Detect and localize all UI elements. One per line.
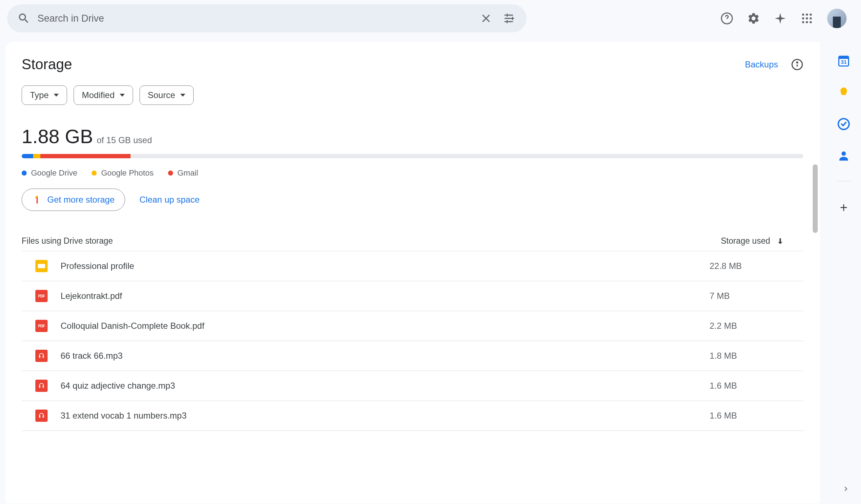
chevron-down-icon <box>180 94 185 97</box>
google-one-icon <box>32 195 42 205</box>
storage-actions: Get more storage Clean up space <box>22 189 803 211</box>
audio-icon <box>35 380 48 392</box>
search-bar[interactable] <box>7 4 526 32</box>
file-row[interactable]: 64 quiz adjective change.mp31.6 MB <box>22 371 803 401</box>
gemini-icon[interactable] <box>774 12 787 25</box>
svg-point-4 <box>806 17 808 19</box>
svg-point-1 <box>806 14 808 16</box>
side-panel-toggle-icon[interactable] <box>842 485 850 493</box>
settings-icon[interactable] <box>747 12 760 25</box>
pdf-icon <box>35 320 48 332</box>
svg-point-11 <box>797 62 798 63</box>
legend-dot-drive <box>22 171 27 176</box>
svg-point-3 <box>802 17 804 19</box>
add-app-button[interactable]: + <box>840 200 847 215</box>
file-size: 1.6 MB <box>710 381 803 391</box>
side-rail: 31 + <box>826 40 861 215</box>
storage-bar <box>22 154 803 158</box>
storage-bar-photos <box>33 154 40 158</box>
filter-row: Type Modified Source <box>22 85 803 105</box>
storage-total-label: of 15 GB used <box>97 135 152 145</box>
apps-icon[interactable] <box>800 12 813 25</box>
file-name: Colloquial Danish-Complete Book.pdf <box>61 321 710 331</box>
svg-point-17 <box>842 151 846 156</box>
storage-amount: 1.88 GB of 15 GB used <box>22 125 803 147</box>
filter-modified[interactable]: Modified <box>74 85 133 105</box>
file-name: Lejekontrakt.pdf <box>61 291 710 301</box>
table-header: Files using Drive storage Storage used <box>22 231 803 251</box>
search-input[interactable] <box>30 13 480 24</box>
file-size: 2.2 MB <box>710 321 803 331</box>
tasks-icon[interactable] <box>837 118 850 131</box>
column-files[interactable]: Files using Drive storage <box>22 236 113 246</box>
topbar <box>0 0 861 37</box>
storage-used-value: 1.88 GB <box>22 125 93 147</box>
main-panel: Storage Backups Type Modified Source 1.8… <box>5 42 820 503</box>
sort-arrow-down-icon <box>776 237 785 246</box>
audio-icon <box>35 350 48 362</box>
pdf-icon <box>35 290 48 302</box>
scrollbar[interactable] <box>813 164 818 233</box>
calendar-icon[interactable]: 31 <box>837 54 850 67</box>
file-row[interactable]: Colloquial Danish-Complete Book.pdf2.2 M… <box>22 311 803 341</box>
file-size: 22.8 MB <box>710 261 803 271</box>
file-size: 7 MB <box>710 291 803 301</box>
svg-point-0 <box>802 14 804 16</box>
info-icon[interactable] <box>791 58 803 71</box>
storage-bar-drive <box>22 154 33 158</box>
svg-point-7 <box>806 21 808 23</box>
get-more-storage-button[interactable]: Get more storage <box>22 189 125 211</box>
page-title: Storage <box>22 56 72 72</box>
chevron-down-icon <box>54 94 59 97</box>
legend-drive: Google Drive <box>22 168 77 178</box>
storage-legend: Google Drive Google Photos Gmail <box>22 168 803 178</box>
file-row[interactable]: 66 track 66.mp31.8 MB <box>22 341 803 371</box>
audio-icon <box>35 410 48 422</box>
filter-type[interactable]: Type <box>22 85 67 105</box>
svg-point-8 <box>810 21 812 23</box>
account-avatar[interactable] <box>827 9 847 28</box>
backups-link[interactable]: Backups <box>745 59 778 70</box>
legend-photos: Google Photos <box>92 168 154 178</box>
file-name: 66 track 66.mp3 <box>61 351 710 361</box>
svg-point-2 <box>810 14 812 16</box>
clear-search-icon[interactable] <box>480 12 493 25</box>
svg-text:31: 31 <box>841 59 847 65</box>
legend-dot-gmail <box>168 171 173 176</box>
svg-point-5 <box>810 17 812 19</box>
topbar-actions <box>720 9 854 28</box>
file-row[interactable]: Professional profile22.8 MB <box>22 251 803 281</box>
search-icon <box>17 12 30 25</box>
contacts-icon[interactable] <box>837 149 850 162</box>
file-row[interactable]: 31 extend vocab 1 numbers.mp31.6 MB <box>22 401 803 431</box>
keep-icon[interactable] <box>837 86 850 99</box>
svg-point-6 <box>802 21 804 23</box>
file-name: Professional profile <box>61 261 710 271</box>
cleanup-link[interactable]: Clean up space <box>140 195 200 205</box>
file-size: 1.8 MB <box>710 351 803 361</box>
legend-dot-photos <box>92 171 97 176</box>
help-icon[interactable] <box>720 12 733 25</box>
rail-divider <box>836 181 851 181</box>
file-size: 1.6 MB <box>710 411 803 421</box>
slides-icon <box>35 260 48 272</box>
file-list: Professional profile22.8 MBLejekontrakt.… <box>22 251 803 431</box>
column-storage[interactable]: Storage used <box>721 236 803 246</box>
storage-bar-gmail <box>40 154 131 158</box>
search-options-icon[interactable] <box>503 12 516 25</box>
filter-source[interactable]: Source <box>140 85 194 105</box>
file-name: 31 extend vocab 1 numbers.mp3 <box>61 411 710 421</box>
legend-gmail: Gmail <box>168 168 198 178</box>
chevron-down-icon <box>120 94 125 97</box>
file-name: 64 quiz adjective change.mp3 <box>61 381 710 391</box>
file-row[interactable]: Lejekontrakt.pdf7 MB <box>22 281 803 311</box>
